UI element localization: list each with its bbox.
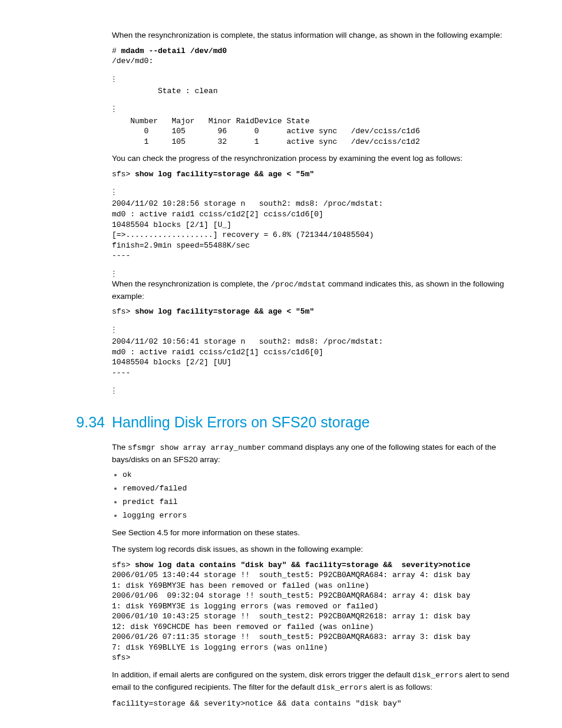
paragraph: When the resynchronization is complete, … xyxy=(112,29,527,41)
list-item: removed/failed xyxy=(123,483,527,495)
inline-code: disk_errors xyxy=(317,683,368,692)
code-block: facility=storage && severity>notice && d… xyxy=(112,699,527,709)
inline-code: disk_errors xyxy=(412,671,463,680)
paragraph: The sfsmgr show array array_number comma… xyxy=(112,442,527,465)
inline-code: /proc/mdstat xyxy=(270,280,326,289)
bullet-list: ok removed/failed predict fail logging e… xyxy=(112,470,527,521)
list-item: ok xyxy=(123,470,527,481)
code-block: 2004/11/02 10:28:56 storage n south2: md… xyxy=(112,199,527,261)
list-item: logging errors xyxy=(123,510,527,522)
vertical-ellipsis: ... xyxy=(112,185,527,196)
paragraph: When the resynchronization is complete, … xyxy=(112,278,527,302)
vertical-ellipsis: ... xyxy=(112,323,527,334)
code-block: 2004/11/02 10:56:41 storage n south2: md… xyxy=(112,337,527,378)
vertical-ellipsis: ... xyxy=(112,384,527,395)
paragraph: The system log records disk issues, as s… xyxy=(112,543,527,555)
code-block: sfs> show log data contains "disk bay" &… xyxy=(112,560,527,663)
list-item: predict fail xyxy=(123,497,527,508)
vertical-ellipsis: ... xyxy=(112,102,527,113)
code-block: sfs> show log facility=storage && age < … xyxy=(112,169,527,180)
inline-code-italic: array_number xyxy=(210,443,266,452)
paragraph: You can check the progress of the resync… xyxy=(112,153,527,164)
code-block: State : clean xyxy=(112,86,527,97)
inline-code: sfsmgr show array xyxy=(128,443,210,452)
vertical-ellipsis: ... xyxy=(112,267,527,278)
code-block: Number Major Minor RaidDevice State 0 10… xyxy=(112,116,527,147)
section-number: 9.34 xyxy=(71,411,112,433)
paragraph: In addition, if email alerts are configu… xyxy=(112,669,527,694)
code-block: # mdadm --detail /dev/md0 /dev/md0: xyxy=(112,46,527,67)
section-title: Handling Disk Errors on SFS20 storage xyxy=(112,411,370,433)
vertical-ellipsis: ... xyxy=(112,73,527,84)
paragraph: See Section 4.5 for more information on … xyxy=(112,527,527,539)
code-block: sfs> show log facility=storage && age < … xyxy=(112,307,527,317)
section-heading: 9.34 Handling Disk Errors on SFS20 stora… xyxy=(71,411,527,433)
